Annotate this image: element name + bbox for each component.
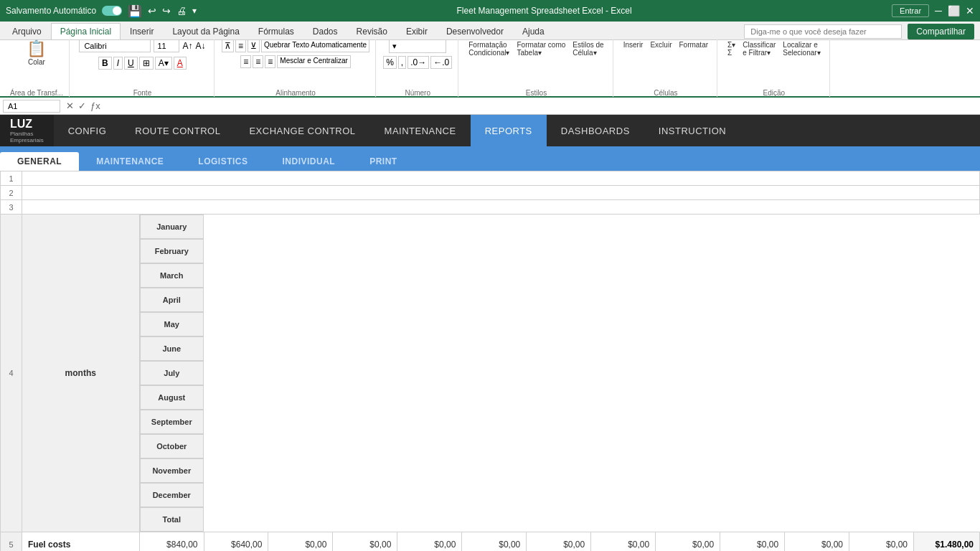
share-button[interactable]: Compartilhar <box>908 24 974 39</box>
nav-item-reports[interactable]: REPORTS <box>471 115 547 146</box>
align-top-button[interactable]: ⊼ <box>222 39 234 52</box>
val-fuel-dec[interactable]: $0,00 <box>849 532 914 552</box>
decrease-decimal-button[interactable]: ←.0 <box>430 56 452 69</box>
find-select-button[interactable]: Localizar eSelecionar▾ <box>780 39 823 58</box>
nav-item-exchange-control[interactable]: EXCHANGE CONTROL <box>235 115 369 146</box>
restore-icon[interactable]: ⬜ <box>948 5 960 17</box>
align-left-button[interactable]: ≡ <box>240 55 251 68</box>
tab-exibir[interactable]: Exibir <box>397 23 437 39</box>
minimize-icon[interactable]: ─ <box>935 5 942 17</box>
login-button[interactable]: Entrar <box>892 4 929 17</box>
format-as-table-button[interactable]: Formatar comoTabela▾ <box>514 39 569 58</box>
insert-function-icon[interactable]: ƒx <box>90 100 100 111</box>
app-nav: LUZ PlanilhasEmpresariais CONFIG ROUTE C… <box>0 115 980 146</box>
tab-arquivo[interactable]: Arquivo <box>3 23 51 39</box>
search-input[interactable] <box>744 24 902 39</box>
label-fuel-costs[interactable]: Fuel costs <box>22 532 140 552</box>
tab-dados[interactable]: Dados <box>303 23 347 39</box>
paste-button[interactable]: 📋 Colar <box>24 39 49 67</box>
undo-icon[interactable]: ↩ <box>148 5 156 17</box>
name-box[interactable]: A1 <box>3 100 60 113</box>
row-num-2: 2 <box>1 186 22 200</box>
grow-font-icon[interactable]: A↑ <box>182 41 192 51</box>
val-fuel-mar[interactable]: $0,00 <box>268 532 333 552</box>
val-fuel-aug[interactable]: $0,00 <box>591 532 656 552</box>
font-size-box[interactable]: 11 <box>154 39 179 52</box>
font-name-box[interactable]: Calibri <box>79 39 151 52</box>
clipboard-label: Área de Transf... <box>10 89 63 97</box>
autosum-button[interactable]: Σ▾Σ <box>725 39 738 58</box>
empty-row-2: 2 <box>1 186 980 200</box>
increase-decimal-button[interactable]: .0→ <box>407 56 429 69</box>
redo-icon[interactable]: ↪ <box>162 5 171 17</box>
formula-input[interactable] <box>106 102 977 110</box>
val-fuel-apr[interactable]: $0,00 <box>333 532 397 552</box>
tab-formulas[interactable]: Fórmulas <box>249 23 303 39</box>
styles-label: Estilos <box>526 89 547 97</box>
merge-center-button[interactable]: Mesclar e Centralizar <box>277 55 350 68</box>
percent-button[interactable]: % <box>383 56 397 69</box>
sub-tab-print[interactable]: PRINT <box>352 152 415 171</box>
sub-tab-logistics[interactable]: LOGISTICS <box>181 152 265 171</box>
nav-item-route-control[interactable]: ROUTE CONTROL <box>121 115 235 146</box>
nav-item-instruction[interactable]: INSTRUCTION <box>644 115 740 146</box>
toggle-autosave[interactable] <box>102 6 122 16</box>
app-logo: LUZ PlanilhasEmpresariais <box>0 115 54 146</box>
formula-bar: A1 ✕ ✓ ƒx <box>0 98 980 115</box>
wrap-text-button[interactable]: Quebrar Texto Automaticamente <box>261 39 369 52</box>
nav-item-dashboards[interactable]: DASHBOARDS <box>547 115 644 146</box>
formula-icons: ✕ ✓ ƒx <box>63 100 103 111</box>
sub-tab-maintenance[interactable]: MAINTENANCE <box>79 152 181 171</box>
print-icon[interactable]: 🖨 <box>176 5 187 17</box>
ribbon-group-font: Calibri 11 A↑ A↓ B I U ⊞ A▾ A Fonte <box>71 39 215 97</box>
val-fuel-jun[interactable]: $0,00 <box>462 532 527 552</box>
align-middle-button[interactable]: ≡ <box>235 39 246 52</box>
thousands-button[interactable]: , <box>398 56 406 69</box>
val-fuel-oct[interactable]: $0,00 <box>720 532 785 552</box>
cell-styles-button[interactable]: Estilos deCélula▾ <box>570 39 606 58</box>
val-fuel-total[interactable]: $1.480,00 <box>913 532 979 552</box>
sub-tab-individual[interactable]: INDIVIDUAL <box>265 152 353 171</box>
align-center-button[interactable]: ≡ <box>253 55 263 68</box>
sub-tab-general[interactable]: GENERAL <box>0 152 79 171</box>
fill-color-button[interactable]: A▾ <box>155 57 172 70</box>
tab-layout[interactable]: Layout da Página <box>163 23 248 39</box>
header-months: months <box>22 215 140 532</box>
sort-filter-button[interactable]: Classificare Filtrar▾ <box>740 39 778 58</box>
header-october: October <box>140 434 204 458</box>
val-fuel-jul[interactable]: $0,00 <box>527 532 591 552</box>
insert-cells-button[interactable]: Inserir <box>621 39 646 50</box>
bold-button[interactable]: B <box>98 57 112 70</box>
border-button[interactable]: ⊞ <box>139 57 154 70</box>
shrink-font-icon[interactable]: A↓ <box>195 41 205 51</box>
tab-pagina-inicial[interactable]: Página Inicial <box>51 23 121 39</box>
confirm-formula-icon[interactable]: ✓ <box>78 100 86 111</box>
tab-ajuda[interactable]: Ajuda <box>513 23 554 39</box>
tab-inserir[interactable]: Inserir <box>121 23 163 39</box>
format-cells-button[interactable]: Formatar <box>676 39 711 50</box>
tab-revisao[interactable]: Revisão <box>347 23 397 39</box>
val-fuel-feb[interactable]: $640,00 <box>204 532 268 552</box>
nav-item-config[interactable]: CONFIG <box>54 115 121 146</box>
underline-button[interactable]: U <box>124 57 138 70</box>
paste-label: Colar <box>28 58 45 66</box>
font-color-button[interactable]: A <box>174 57 187 70</box>
val-fuel-jan[interactable]: $840,00 <box>139 532 204 552</box>
cancel-formula-icon[interactable]: ✕ <box>66 100 74 111</box>
italic-button[interactable]: I <box>113 57 123 70</box>
conditional-format-button[interactable]: FormataçãoCondicional▾ <box>466 39 512 58</box>
save-icon[interactable]: 💾 <box>128 4 142 18</box>
close-icon[interactable]: ✕ <box>966 5 974 17</box>
align-right-button[interactable]: ≡ <box>265 55 275 68</box>
delete-cells-button[interactable]: Excluir <box>647 39 674 50</box>
font-format-row: B I U ⊞ A▾ A <box>98 57 187 70</box>
number-format-box[interactable]: ▾ <box>389 39 446 53</box>
header-september: September <box>140 410 204 434</box>
val-fuel-sep[interactable]: $0,00 <box>656 532 720 552</box>
tab-desenvolvedor[interactable]: Desenvolvedor <box>437 23 513 39</box>
header-february: February <box>140 239 204 263</box>
val-fuel-nov[interactable]: $0,00 <box>785 532 849 552</box>
nav-item-maintenance[interactable]: MAINTENANCE <box>370 115 471 146</box>
val-fuel-may[interactable]: $0,00 <box>397 532 462 552</box>
align-bottom-button[interactable]: ⊻ <box>248 39 260 52</box>
